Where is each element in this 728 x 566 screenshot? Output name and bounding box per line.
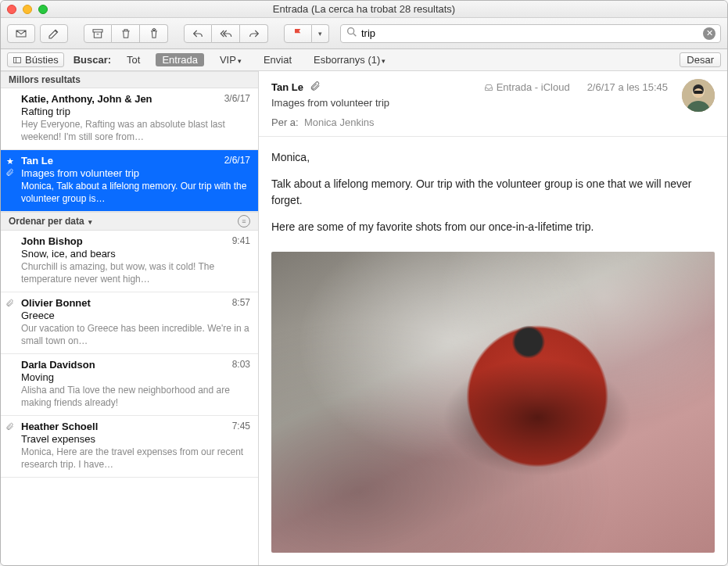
attachment-icon xyxy=(5,299,14,309)
top-hits-header: Millors resultats xyxy=(1,71,258,88)
message-row[interactable]: ★Tan Le2/6/17Images from volunteer tripM… xyxy=(1,150,258,212)
message-list: Millors resultats Katie, Anthony, John &… xyxy=(1,71,259,565)
chevron-down-icon: ▾ xyxy=(318,30,322,38)
attachment-icon xyxy=(5,168,14,178)
scope-all[interactable]: Tot xyxy=(120,53,146,66)
message-from: Tan Le xyxy=(21,155,53,167)
message-subject: Rafting trip xyxy=(21,106,250,117)
message-preview: Hey Everyone, Rafting was an absolute bl… xyxy=(21,118,250,143)
reply-all-button[interactable] xyxy=(212,24,240,43)
recipient-name: Monica Jenkins xyxy=(304,116,375,128)
toolbar: ▾ ✕ xyxy=(1,18,727,49)
message-subject: Images from volunteer trip xyxy=(271,97,715,109)
flag-icon xyxy=(292,27,304,40)
titlebar: Entrada (La cerca ha trobat 28 resultats… xyxy=(1,1,727,18)
message-date: 2/6/17 xyxy=(224,155,250,167)
save-search-button[interactable]: Desar xyxy=(680,52,721,67)
message-from: John Bishop xyxy=(21,235,83,247)
body-paragraph: Here are some of my favorite shots from … xyxy=(271,219,715,236)
sender-name: Tan Le xyxy=(271,81,303,93)
sort-header[interactable]: Ordenar per data ▾ ≡ xyxy=(1,212,258,231)
inbox-icon xyxy=(484,83,493,92)
sidebar-icon xyxy=(13,56,22,65)
svg-rect-1 xyxy=(14,57,21,63)
message-from: Darla Davidson xyxy=(21,359,95,371)
message-subject: Images from volunteer trip xyxy=(21,167,250,179)
message-preview: Monica, Talk about a lifelong memory. Ou… xyxy=(21,180,250,205)
message-from: Katie, Anthony, John & Jen xyxy=(21,93,152,105)
message-subject: Greece xyxy=(21,310,250,321)
message-row[interactable]: Heather Schoell7:45Travel expensesMonica… xyxy=(1,416,258,478)
message-row[interactable]: John Bishop9:41Snow, ice, and bearsChurc… xyxy=(1,231,258,292)
delete-button[interactable] xyxy=(112,24,140,43)
archive-icon xyxy=(91,27,104,40)
mailboxes-label: Bústies xyxy=(25,54,59,66)
window-close-button[interactable] xyxy=(7,5,16,14)
message-body: Monica, Talk about a lifelong memory. Ou… xyxy=(259,137,727,565)
junk-icon xyxy=(148,27,160,40)
message-preview: Our vacation to Greece has been incredib… xyxy=(21,322,250,347)
message-row[interactable]: Darla Davidson8:03MovingAlisha and Tia l… xyxy=(1,354,258,416)
attachment-icon xyxy=(5,422,14,432)
filter-icon[interactable]: ≡ xyxy=(238,215,250,227)
scope-sent[interactable]: Enviat xyxy=(257,53,298,66)
message-preview: Churchill is amazing, but wow, was it co… xyxy=(21,260,250,285)
flag-menu-button[interactable]: ▾ xyxy=(312,24,329,43)
mail-window: Entrada (La cerca ha trobat 28 resultats… xyxy=(0,0,728,566)
message-recipients: Per a: Monica Jenkins xyxy=(271,116,715,128)
chevron-down-icon: ▾ xyxy=(88,218,92,226)
body-greeting: Monica, xyxy=(271,149,715,167)
scope-vip[interactable]: VIP▾ xyxy=(213,53,248,66)
message-date: 3/6/17 xyxy=(224,93,250,105)
message-row[interactable]: Katie, Anthony, John & Jen3/6/17Rafting … xyxy=(1,88,258,150)
message-subject: Moving xyxy=(21,371,250,383)
message-viewer: Tan Le Entrada - iCloud 2/6/17 a les 15:… xyxy=(259,71,727,565)
reply-icon xyxy=(192,27,204,40)
favorites-bar: Bústies Buscar: Tot Entrada VIP▾ Enviat … xyxy=(1,49,727,71)
reply-all-icon xyxy=(220,27,232,40)
mailbox-indicator[interactable]: Entrada - iCloud xyxy=(484,81,570,93)
reply-button[interactable] xyxy=(184,24,212,43)
message-from: Olivier Bonnet xyxy=(21,297,91,309)
message-preview: Alisha and Tia love the new neighborhood… xyxy=(21,384,250,409)
search-input[interactable] xyxy=(361,27,703,39)
window-zoom-button[interactable] xyxy=(38,5,48,14)
body-paragraph: Talk about a lifelong memory. Our trip w… xyxy=(271,176,715,210)
message-row[interactable]: Olivier Bonnet8:57GreeceOur vacation to … xyxy=(1,292,258,354)
attachment-image[interactable] xyxy=(271,252,715,553)
search-scope-label: Buscar: xyxy=(74,54,111,66)
get-mail-button[interactable] xyxy=(7,24,35,43)
window-title: Entrada (La cerca ha trobat 28 resultats… xyxy=(1,3,727,15)
message-date: 7:45 xyxy=(232,421,250,432)
message-timestamp: 2/6/17 a les 15:45 xyxy=(587,81,668,93)
message-date: 8:03 xyxy=(232,359,250,371)
compose-icon xyxy=(48,27,60,40)
svg-point-0 xyxy=(348,28,354,34)
chevron-down-icon: ▾ xyxy=(238,57,242,65)
message-date: 8:57 xyxy=(232,297,250,309)
forward-button[interactable] xyxy=(240,24,268,43)
mailboxes-button[interactable]: Bústies xyxy=(7,52,64,67)
flag-button[interactable] xyxy=(284,24,312,43)
trash-icon xyxy=(120,27,132,40)
sender-avatar xyxy=(682,79,715,112)
message-date: 9:41 xyxy=(232,235,250,247)
attachment-icon xyxy=(310,81,321,94)
message-subject: Travel expenses xyxy=(21,433,250,445)
message-preview: Monica, Here are the travel expenses fro… xyxy=(21,446,250,471)
svg-rect-6 xyxy=(694,91,703,94)
scope-drafts[interactable]: Esborranys (1)▾ xyxy=(307,53,392,66)
clear-search-button[interactable]: ✕ xyxy=(703,27,715,40)
window-minimize-button[interactable] xyxy=(23,5,32,14)
junk-button[interactable] xyxy=(140,24,168,43)
forward-icon xyxy=(248,27,260,40)
search-icon xyxy=(346,26,358,41)
envelope-icon xyxy=(15,27,27,40)
search-field[interactable]: ✕ xyxy=(340,24,721,43)
star-icon: ★ xyxy=(6,156,14,167)
chevron-down-icon: ▾ xyxy=(382,57,386,65)
message-subject: Snow, ice, and bears xyxy=(21,248,250,260)
compose-button[interactable] xyxy=(40,24,68,43)
scope-inbox[interactable]: Entrada xyxy=(156,53,204,66)
archive-button[interactable] xyxy=(84,24,112,43)
